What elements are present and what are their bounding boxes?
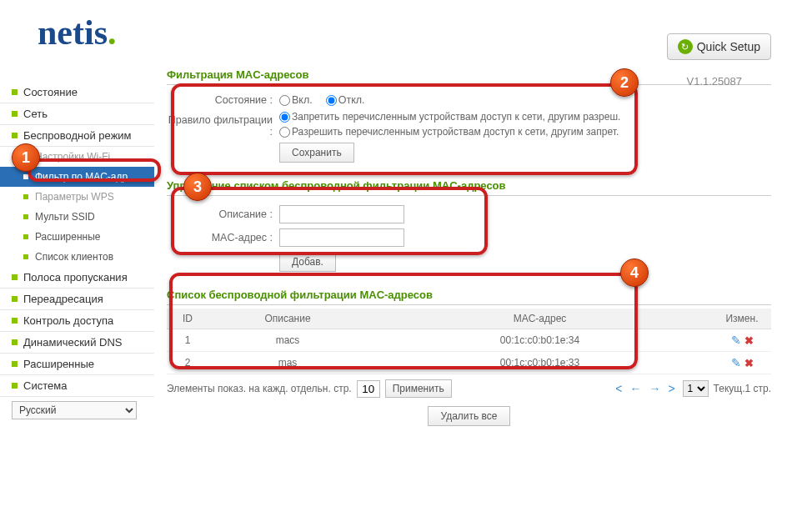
add-button[interactable]: Добав. bbox=[279, 252, 336, 272]
section-title-manage: Управление списком беспроводной фильтрац… bbox=[167, 176, 771, 196]
delete-icon[interactable]: ✖ bbox=[744, 357, 754, 369]
edit-icon[interactable]: ✎ bbox=[731, 334, 741, 347]
per-page-input[interactable] bbox=[357, 380, 380, 398]
arrow-cycle-icon: ↻ bbox=[678, 39, 693, 54]
sidebar-item-8[interactable]: Список клиентов bbox=[0, 247, 154, 267]
sidebar-item-12[interactable]: Динамический DNS bbox=[0, 332, 154, 354]
version-text: V1.1.25087 bbox=[686, 75, 742, 88]
pager-next-icon[interactable]: → bbox=[649, 382, 663, 395]
state-label: Состояние : bbox=[167, 94, 279, 106]
annotation-badge-3: 3 bbox=[183, 173, 212, 201]
apply-button[interactable]: Применить bbox=[385, 379, 452, 398]
desc-label: Описание : bbox=[167, 208, 279, 220]
table-row: 1macs00:1c:c0:b0:1e:34✎✖ bbox=[167, 329, 771, 352]
description-input[interactable] bbox=[279, 205, 404, 223]
col-id: ID bbox=[167, 309, 208, 329]
col-mod: Измен. bbox=[713, 309, 771, 329]
sidebar-item-9[interactable]: Полоса пропускания bbox=[0, 267, 154, 289]
save-button[interactable]: Сохранить bbox=[279, 143, 354, 163]
sidebar-item-7[interactable]: Расширенные bbox=[0, 227, 154, 247]
sidebar-item-0[interactable]: Состояние bbox=[0, 82, 154, 103]
col-desc: Описание bbox=[208, 309, 367, 329]
delete-all-button[interactable]: Удалить все bbox=[428, 406, 509, 426]
sidebar: СостояниеСетьБеспроводной режимНастройки… bbox=[0, 57, 154, 444]
language-select[interactable]: Русский bbox=[12, 401, 137, 419]
annotation-badge-1: 1 bbox=[12, 143, 40, 172]
rule-deny-radio[interactable] bbox=[279, 112, 290, 123]
section-title-filter: Фильтрация MAC-адресов bbox=[167, 65, 771, 85]
rule-label: Правило фильтрации : bbox=[167, 111, 279, 138]
col-mac: MAC-адрес bbox=[367, 309, 713, 329]
mac-label: MAC-адрес : bbox=[167, 232, 279, 243]
state-on-radio[interactable] bbox=[279, 95, 290, 106]
edit-icon[interactable]: ✎ bbox=[731, 356, 741, 369]
delete-icon[interactable]: ✖ bbox=[744, 334, 754, 347]
annotation-badge-2: 2 bbox=[610, 68, 639, 97]
annotation-badge-4: 4 bbox=[620, 258, 649, 287]
current-page-text: Текущ.1 стр. bbox=[714, 383, 771, 394]
pager-first-icon[interactable]: < bbox=[615, 382, 624, 395]
section-title-list: Список беспроводной фильтрации MAC-адрес… bbox=[167, 285, 771, 305]
mac-input[interactable] bbox=[279, 228, 404, 247]
sidebar-item-6[interactable]: Мульти SSID bbox=[0, 207, 154, 227]
page-select[interactable]: 1 bbox=[683, 380, 709, 397]
sidebar-item-5[interactable]: Параметры WPS bbox=[0, 187, 154, 207]
mac-table: ID Описание MAC-адрес Измен. 1macs00:1c:… bbox=[167, 309, 771, 374]
pager-text: Элементы показ. на кажд. отдельн. стр. bbox=[167, 383, 352, 394]
pager-prev-icon[interactable]: ← bbox=[629, 382, 644, 395]
logo: netis. bbox=[38, 13, 117, 52]
sidebar-item-11[interactable]: Контроль доступа bbox=[0, 310, 154, 332]
rule-allow-radio[interactable] bbox=[279, 127, 290, 138]
table-row: 2mas00:1c:c0:b0:1e:33✎✖ bbox=[167, 352, 771, 374]
main-content: Фильтрация MAC-адресов Состояние : Вкл. … bbox=[154, 57, 775, 444]
sidebar-item-1[interactable]: Сеть bbox=[0, 103, 154, 125]
pager-last-icon[interactable]: > bbox=[668, 382, 677, 395]
state-off-radio[interactable] bbox=[326, 95, 337, 106]
sidebar-item-14[interactable]: Система bbox=[0, 375, 154, 397]
sidebar-item-10[interactable]: Переадресация bbox=[0, 289, 154, 310]
quick-setup-button[interactable]: ↻ Quick Setup bbox=[667, 33, 771, 60]
sidebar-item-13[interactable]: Расширенные bbox=[0, 354, 154, 375]
